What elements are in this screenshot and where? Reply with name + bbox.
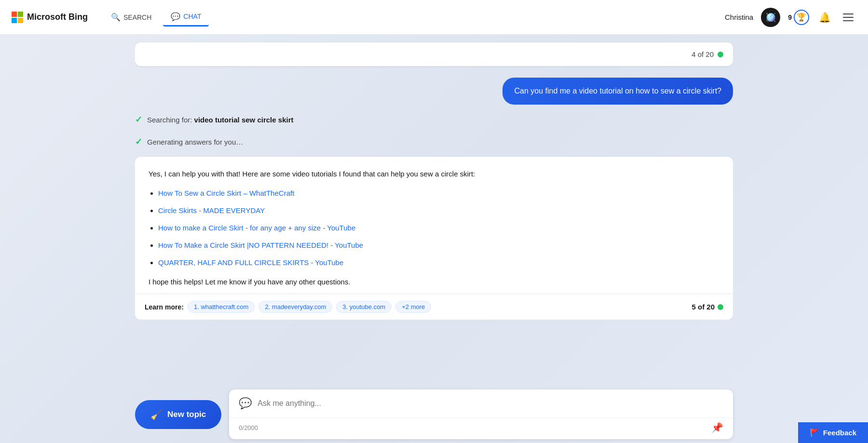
chat-area: 4 of 20 Can you find me a video tutorial… (0, 35, 868, 443)
input-wrapper: 💬 0/2000 📌 (229, 389, 733, 439)
nav-bar: 🔍 SEARCH 💬 CHAT (103, 8, 209, 27)
input-row: 💬 (229, 389, 733, 417)
message-counter-1: 4 of 20 (135, 42, 733, 66)
hamburger-menu[interactable] (840, 11, 856, 24)
link-3[interactable]: How to make a Circle Skirt - for any age… (158, 224, 355, 232)
new-topic-button[interactable]: 🧹 New topic (135, 400, 221, 429)
char-count: 0/2000 (239, 424, 258, 431)
messages-container: 4 of 20 Can you find me a video tutorial… (135, 35, 733, 382)
counter2-text: 5 of 20 (692, 303, 715, 311)
learn-more-row: Learn more: 1. whatthecraft.com 2. madee… (135, 294, 733, 320)
counter2-area: 5 of 20 (692, 303, 723, 311)
input-footer: 0/2000 📌 (229, 417, 733, 439)
status2-text: Generating answers for you… (147, 138, 243, 146)
link-5[interactable]: QUARTER, HALF AND FULL CIRCLE SKIRTS - Y… (158, 258, 343, 267)
check-icon-1: ✓ (135, 114, 142, 125)
nav-search[interactable]: 🔍 SEARCH (103, 9, 159, 26)
status-searching: ✓ Searching for: video tutorial sew circ… (135, 112, 733, 127)
feedback-flag-icon: 🚩 (810, 428, 819, 437)
user-message: Can you find me a video tutorial on how … (135, 78, 733, 105)
ai-intro-text: Yes, I can help you with that! Here are … (149, 168, 719, 180)
ai-outro-text: I hope this helps! Let me know if you ha… (149, 276, 719, 288)
status1-text: Searching for: video tutorial sew circle… (147, 116, 293, 124)
broom-icon: 🧹 (150, 409, 163, 420)
header-right: Christina 🪩 9 🏆 🔔 (725, 8, 856, 27)
green-dot-1 (718, 52, 723, 57)
more-pill[interactable]: +2 more (395, 301, 431, 313)
bell-icon[interactable]: 🔔 (817, 10, 832, 25)
reward-badge: 9 🏆 (788, 10, 809, 25)
pin-icon[interactable]: 📌 (711, 422, 723, 433)
link-list: How To Sew a Circle Skirt – WhatTheCraft… (149, 188, 719, 268)
link-4[interactable]: How To Make a Circle Skirt |NO PATTERN N… (158, 241, 363, 249)
status-generating: ✓ Generating answers for you… (135, 134, 733, 149)
header: Microsoft Bing 🔍 SEARCH 💬 CHAT Christina… (0, 0, 868, 35)
chat-input[interactable] (258, 399, 723, 408)
feedback-button[interactable]: 🚩 Feedback (798, 422, 868, 443)
main-content: 4 of 20 Can you find me a video tutorial… (0, 35, 868, 443)
source-pill-3[interactable]: 3. youtube.com (336, 301, 392, 313)
link-2[interactable]: Circle Skirts - MADE EVERYDAY (158, 206, 265, 215)
bottom-area: 🧹 New topic 💬 0/2000 📌 (135, 382, 733, 443)
list-item: How To Sew a Circle Skirt – WhatTheCraft (158, 188, 719, 199)
list-item: Circle Skirts - MADE EVERYDAY (158, 205, 719, 216)
nav-chat[interactable]: 💬 CHAT (163, 8, 209, 27)
check-icon-2: ✓ (135, 136, 142, 147)
source-pill-1[interactable]: 1. whatthecraft.com (188, 301, 255, 313)
search-icon: 🔍 (111, 13, 121, 22)
ai-response-card: Yes, I can help you with that! Here are … (135, 157, 733, 320)
list-item: How To Make a Circle Skirt |NO PATTERN N… (158, 240, 719, 251)
list-item: How to make a Circle Skirt - for any age… (158, 222, 719, 234)
counter1-text: 4 of 20 (692, 50, 714, 58)
trophy-icon: 🏆 (794, 10, 809, 25)
chat-icon: 💬 (171, 12, 180, 21)
logo-area: Microsoft Bing (12, 12, 88, 23)
link-1[interactable]: How To Sew a Circle Skirt – WhatTheCraft (158, 189, 294, 197)
microsoft-logo-icon (12, 12, 23, 23)
new-topic-row: 🧹 New topic 💬 0/2000 📌 (135, 389, 733, 439)
learn-more-label: Learn more: (145, 303, 184, 311)
list-item: QUARTER, HALF AND FULL CIRCLE SKIRTS - Y… (158, 257, 719, 268)
green-dot-2 (718, 304, 723, 310)
avatar[interactable]: 🪩 (761, 8, 780, 27)
user-name: Christina (725, 13, 753, 21)
reward-count: 9 (788, 13, 792, 21)
chat-bubble-icon: 💬 (239, 397, 252, 410)
source-pill-2[interactable]: 2. madeeveryday.com (258, 301, 332, 313)
user-bubble: Can you find me a video tutorial on how … (502, 78, 733, 105)
feedback-label: Feedback (823, 429, 856, 437)
logo-text: Microsoft Bing (27, 12, 88, 22)
